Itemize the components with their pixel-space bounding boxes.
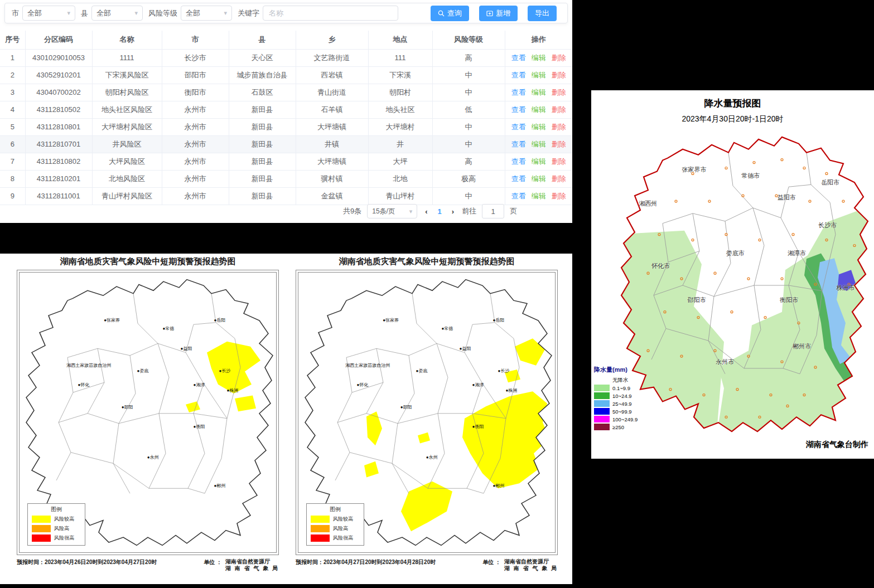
legend-swatch xyxy=(594,416,610,422)
cell-county: 新田县 xyxy=(229,153,296,170)
current-page[interactable]: 1 xyxy=(436,207,444,216)
cell-code: 43112810502 xyxy=(25,101,92,118)
unit-line2: 湖 南 省 气 象 局 xyxy=(504,565,558,572)
cell-code: 43052910201 xyxy=(25,66,92,84)
cell-no: 8 xyxy=(0,170,25,187)
edit-link[interactable]: 编辑 xyxy=(532,54,546,62)
delete-link[interactable]: 删除 xyxy=(552,157,566,166)
delete-link[interactable]: 删除 xyxy=(552,192,566,200)
view-link[interactable]: 查看 xyxy=(511,123,526,131)
cell-town: 西岩镇 xyxy=(296,66,368,84)
legend-item: 10~24.9 xyxy=(594,392,655,400)
view-link[interactable]: 查看 xyxy=(511,157,526,166)
delete-link[interactable]: 删除 xyxy=(552,140,566,148)
cell-code: 43112810801 xyxy=(25,118,92,135)
precip-legend: 降水量(mm) 无降水 0.1~9.9 10~24.9 xyxy=(594,366,655,431)
edit-link[interactable]: 编辑 xyxy=(532,174,546,183)
prev-page-button[interactable]: ‹ xyxy=(423,207,429,216)
delete-link[interactable]: 删除 xyxy=(552,71,566,79)
cell-risk: 高 xyxy=(432,49,505,66)
view-link[interactable]: 查看 xyxy=(511,192,526,200)
export-button[interactable]: 导出 xyxy=(528,6,557,21)
view-link[interactable]: 查看 xyxy=(511,174,526,183)
table-row: 3 43040700202 朝阳村风险区 衡阳市 石鼓区 青山街道 朝阳村 中 … xyxy=(0,84,572,101)
cell-town: 金盆镇 xyxy=(296,187,368,205)
delete-link[interactable]: 删除 xyxy=(552,123,566,131)
table-header-row: 序号 分区编码 名称 市 县 乡 地点 风险等级 操作 xyxy=(0,31,572,49)
city-select-value: 全部 xyxy=(27,8,42,18)
cell-county: 天心区 xyxy=(229,49,296,66)
view-link[interactable]: 查看 xyxy=(511,140,526,148)
table-row: 8 43112810201 北地风险区 永州市 新田县 骥村镇 北地 极高 查看… xyxy=(0,170,572,187)
unit-line2: 湖 南 省 气 象 局 xyxy=(225,565,279,572)
delete-link[interactable]: 删除 xyxy=(552,88,566,96)
total-count: 共9条 xyxy=(343,206,361,216)
search-icon xyxy=(438,10,445,17)
city-filter-label: 市 xyxy=(12,8,19,18)
cell-county: 新田县 xyxy=(229,170,296,187)
legend-swatch xyxy=(32,534,51,542)
view-link[interactable]: 查看 xyxy=(511,88,526,96)
cell-risk: 极高 xyxy=(432,170,505,187)
legend-swatch xyxy=(32,516,51,523)
county-select[interactable]: 全部 ▾ xyxy=(91,6,143,21)
col-name: 名称 xyxy=(92,31,162,49)
delete-link[interactable]: 删除 xyxy=(552,54,566,62)
cell-city: 永州市 xyxy=(162,187,229,205)
cell-place: 青山坪村 xyxy=(368,187,432,205)
next-page-button[interactable]: › xyxy=(450,207,456,216)
search-button[interactable]: 查询 xyxy=(431,6,469,21)
cell-name: 大坪风险区 xyxy=(92,153,162,170)
cell-county: 新田县 xyxy=(229,101,296,118)
cell-risk: 高 xyxy=(432,153,505,170)
city-select[interactable]: 全部 ▾ xyxy=(22,6,75,21)
col-city: 市 xyxy=(162,31,229,49)
risk-zone-panel: 市 全部 ▾ 县 全部 ▾ 风险等级 全部 ▾ 关键字 查询 新增 导出 xyxy=(0,0,572,223)
edit-link[interactable]: 编辑 xyxy=(532,140,546,148)
chevron-down-icon: ▾ xyxy=(409,208,413,215)
legend-item: 50~99.9 xyxy=(594,407,655,415)
add-button[interactable]: 新增 xyxy=(479,6,518,21)
cell-place: 大坪 xyxy=(368,153,432,170)
cell-place: 地头社区 xyxy=(368,101,432,118)
edit-link[interactable]: 编辑 xyxy=(532,88,546,96)
cell-no: 4 xyxy=(0,101,25,118)
edit-link[interactable]: 编辑 xyxy=(532,157,546,166)
view-link[interactable]: 查看 xyxy=(511,54,526,62)
risk-level-select[interactable]: 全部 ▾ xyxy=(181,6,232,21)
legend-swatch xyxy=(594,424,610,430)
legend-item: 25~49.9 xyxy=(594,400,655,407)
delete-link[interactable]: 删除 xyxy=(552,105,566,114)
cell-risk: 中 xyxy=(432,118,505,135)
keyword-input[interactable] xyxy=(263,6,398,21)
edit-link[interactable]: 编辑 xyxy=(532,123,546,131)
cell-name: 地头社区风险区 xyxy=(92,101,162,118)
col-place: 地点 xyxy=(368,31,432,49)
legend-item: 风险高 xyxy=(32,525,81,532)
cell-code: 43040700202 xyxy=(25,84,92,101)
legend-item: ≥250 xyxy=(594,423,655,431)
edit-link[interactable]: 编辑 xyxy=(532,192,546,200)
view-link[interactable]: 查看 xyxy=(511,105,526,114)
cell-city: 永州市 xyxy=(162,153,229,170)
legend-swatch xyxy=(311,534,330,542)
cell-code: 43112810701 xyxy=(25,135,92,153)
page-size-select[interactable]: 15条/页 ▾ xyxy=(367,204,417,218)
cell-risk: 中 xyxy=(432,84,505,101)
delete-link[interactable]: 删除 xyxy=(552,174,566,183)
forecast-time: 预报时间：2023年04月27日20时到2023年04月28日20时 xyxy=(296,558,436,572)
edit-link[interactable]: 编辑 xyxy=(532,71,546,79)
edit-link[interactable]: 编辑 xyxy=(532,105,546,114)
cell-town: 大坪塘镇 xyxy=(296,153,368,170)
cell-name: 井风险区 xyxy=(92,135,162,153)
cell-code: 43112810201 xyxy=(25,170,92,187)
legend-swatch xyxy=(594,408,610,415)
cell-county: 新田县 xyxy=(229,187,296,205)
cell-actions: 查看编辑删除 xyxy=(505,170,572,187)
col-county: 县 xyxy=(229,31,296,49)
cell-place: 111 xyxy=(368,49,432,66)
goto-page-input[interactable] xyxy=(482,204,504,218)
view-link[interactable]: 查看 xyxy=(511,71,526,79)
chevron-down-icon: ▾ xyxy=(224,9,227,17)
cell-risk: 中 xyxy=(432,66,505,84)
